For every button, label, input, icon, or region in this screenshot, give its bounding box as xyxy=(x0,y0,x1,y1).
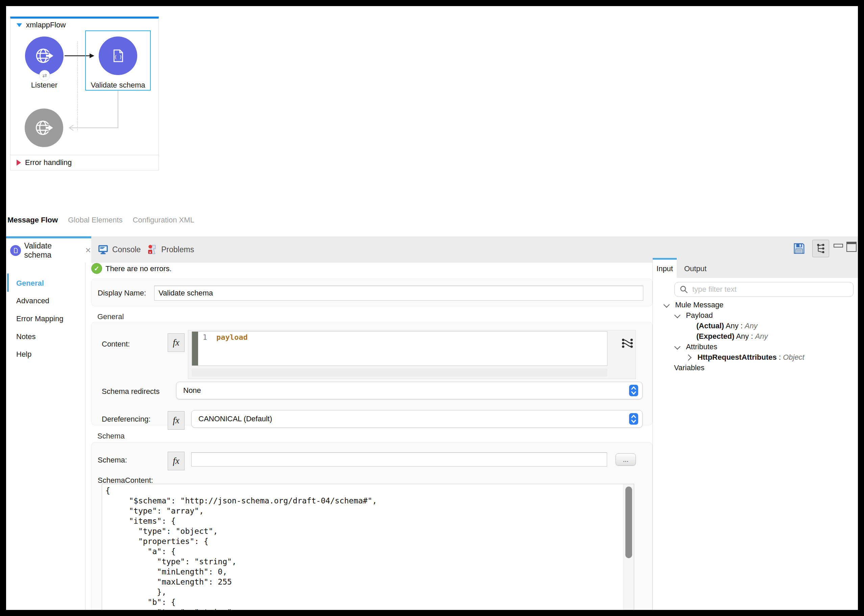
schema-content-scrollbar[interactable] xyxy=(623,484,634,610)
validate-schema-tab-label: Validate schema xyxy=(24,241,80,260)
swap-arrows-icon: ⇄ xyxy=(42,72,47,79)
schema-group: Schema: fx ... SchemaContent: { "$schema… xyxy=(91,442,652,610)
tree-item-mule-message[interactable]: Mule Message xyxy=(664,300,723,310)
svg-text:x: x xyxy=(149,250,151,254)
error-handling-section[interactable]: Error handling xyxy=(11,155,159,170)
maximize-icon[interactable] xyxy=(847,242,856,252)
select-stepper-icon xyxy=(629,413,638,425)
tree-item-actual[interactable]: (Actual) Any : Any xyxy=(696,322,757,330)
validate-schema-node-label: Validate schema xyxy=(86,81,150,90)
datasense-divider xyxy=(652,258,653,610)
select-stepper-icon xyxy=(629,385,638,396)
display-name-group: Display Name: xyxy=(91,278,652,306)
schema-content-textarea[interactable]: { "$schema": "http://json-schema.org/dra… xyxy=(102,484,634,610)
tab-problems[interactable]: x Problems xyxy=(146,236,194,263)
status-message: There are no errors. xyxy=(105,264,172,273)
tab-console[interactable]: Console xyxy=(97,236,141,263)
editor-gutter xyxy=(192,332,198,366)
chevron-down-icon[interactable] xyxy=(663,302,670,308)
listener-node[interactable] xyxy=(25,36,64,75)
schema-redirects-label: Schema redirects xyxy=(102,387,160,396)
sidebar-item-advanced[interactable]: Advanced xyxy=(16,297,49,305)
response-endpoint-node[interactable] xyxy=(25,108,63,147)
json-document-icon: { } xyxy=(108,46,128,66)
schema-fx-button[interactable]: fx xyxy=(168,452,185,470)
tree-item-expected[interactable]: (Expected) Any : Any xyxy=(696,332,768,341)
error-handling-label: Error handling xyxy=(25,158,72,167)
tab-output[interactable]: Output xyxy=(677,260,858,278)
console-icon xyxy=(97,244,109,255)
general-group: Content: fx 1 payload Schema redirects xyxy=(91,322,652,425)
tree-view-toggle-button[interactable] xyxy=(812,240,829,257)
flow-title: xmlappFlow xyxy=(26,20,66,30)
content-code-area[interactable]: 1 payload xyxy=(192,332,608,366)
editor-line-number: 1 xyxy=(198,333,212,341)
content-fx-button[interactable]: fx xyxy=(168,333,185,352)
svg-text:{ }: { } xyxy=(114,55,122,60)
flow-canvas: xmlappFlow ⇄ Listener xyxy=(10,17,159,170)
validate-schema-tab-icon xyxy=(10,245,21,256)
scrollbar-thumb[interactable] xyxy=(625,487,632,558)
problems-icon: x xyxy=(146,244,158,255)
schema-section-title: Schema xyxy=(97,432,125,440)
flow-guide-dashed-line xyxy=(77,42,78,130)
search-icon xyxy=(679,285,688,294)
tab-global-elements[interactable]: Global Elements xyxy=(68,216,123,225)
minimize-icon[interactable] xyxy=(834,244,843,247)
display-name-label: Display Name: xyxy=(98,289,146,297)
tab-message-flow[interactable]: Message Flow xyxy=(8,216,58,225)
listener-node-label: Listener xyxy=(17,81,71,90)
editor-hscrollbar[interactable] xyxy=(192,369,608,377)
schema-content-text: { "$schema": "http://json-schema.org/dra… xyxy=(102,484,634,610)
chevron-down-icon[interactable] xyxy=(674,344,680,350)
console-tab-label: Console xyxy=(112,245,141,254)
listener-exchange-badge: ⇄ xyxy=(39,70,50,81)
filter-placeholder: type filter text xyxy=(692,285,737,294)
sidebar-item-notes[interactable]: Notes xyxy=(16,332,36,341)
tree-item-attributes[interactable]: Attributes xyxy=(675,343,717,351)
flow-collapse-icon[interactable] xyxy=(17,24,22,27)
chevron-down-icon[interactable] xyxy=(674,312,680,318)
schema-redirects-value: None xyxy=(183,386,201,395)
globe-arrow-icon xyxy=(33,117,55,139)
sidebar-active-indicator xyxy=(7,273,9,292)
content-code-text: payload xyxy=(216,333,248,341)
schema-field-label: Schema: xyxy=(98,456,127,465)
tab-input[interactable]: Input xyxy=(653,258,677,278)
sidebar-item-general[interactable]: General xyxy=(16,279,44,288)
flow-header[interactable]: xmlappFlow xyxy=(11,19,159,31)
dereferencing-value: CANONICAL (Default) xyxy=(198,415,272,423)
tree-item-http-request-attributes[interactable]: HttpRequestAttributes : Object xyxy=(686,353,804,362)
display-name-input[interactable] xyxy=(154,286,643,300)
dereferencing-select[interactable]: CANONICAL (Default) xyxy=(191,410,643,428)
dereferencing-label: Dereferencing: xyxy=(102,415,151,424)
tree-item-variables[interactable]: Variables xyxy=(674,363,704,372)
tree-view-icon xyxy=(815,243,826,254)
sidebar-item-help[interactable]: Help xyxy=(16,350,31,359)
schema-redirects-select[interactable]: None xyxy=(176,382,643,399)
schema-path-input[interactable] xyxy=(191,453,607,467)
anypoint-studio-window: xmlappFlow ⇄ Listener xyxy=(6,6,858,610)
tab-validate-schema[interactable]: Validate schema ✕ xyxy=(6,236,91,263)
globe-arrow-icon xyxy=(33,45,55,67)
tab-configuration-xml[interactable]: Configuration XML xyxy=(133,216,194,225)
general-section-title: General xyxy=(97,313,124,321)
chevron-right-icon[interactable] xyxy=(685,354,691,360)
properties-tabbar: Validate schema ✕ Console x Problems xyxy=(6,236,858,263)
content-label: Content: xyxy=(102,340,130,349)
datasense-icon[interactable] xyxy=(621,336,634,350)
content-editor: 1 payload xyxy=(188,330,636,379)
tree-item-payload[interactable]: Payload xyxy=(675,311,713,320)
close-icon[interactable]: ✕ xyxy=(85,246,91,255)
no-errors-check-icon: ✓ xyxy=(91,263,102,274)
error-handling-expand-icon[interactable] xyxy=(17,160,21,166)
datasense-filter[interactable]: type filter text xyxy=(674,282,853,297)
dereferencing-fx-button[interactable]: fx xyxy=(168,411,185,430)
flow-view-tabs: Message Flow Global Elements Configurati… xyxy=(8,216,194,225)
validate-schema-node[interactable]: { } xyxy=(99,36,137,75)
problems-tab-label: Problems xyxy=(161,245,194,254)
browse-button[interactable]: ... xyxy=(616,453,636,465)
save-icon[interactable] xyxy=(793,242,806,255)
sidebar-item-error-mapping[interactable]: Error Mapping xyxy=(16,314,63,323)
